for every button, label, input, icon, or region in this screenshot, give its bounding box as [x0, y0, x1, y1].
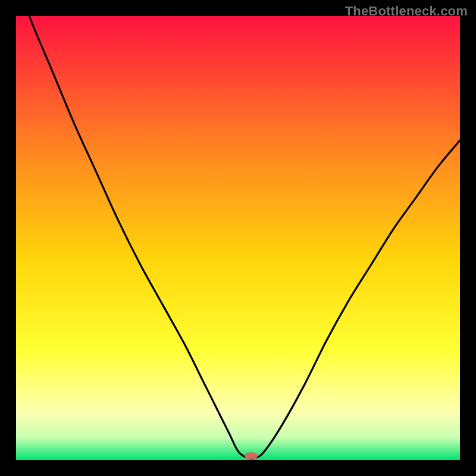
bottleneck-chart	[16, 16, 460, 460]
watermark-text: TheBottleneck.com	[345, 4, 468, 19]
chart-frame: TheBottleneck.com	[0, 0, 476, 476]
plot-area	[16, 16, 460, 460]
minimum-marker	[245, 452, 258, 459]
gradient-background	[16, 16, 460, 460]
